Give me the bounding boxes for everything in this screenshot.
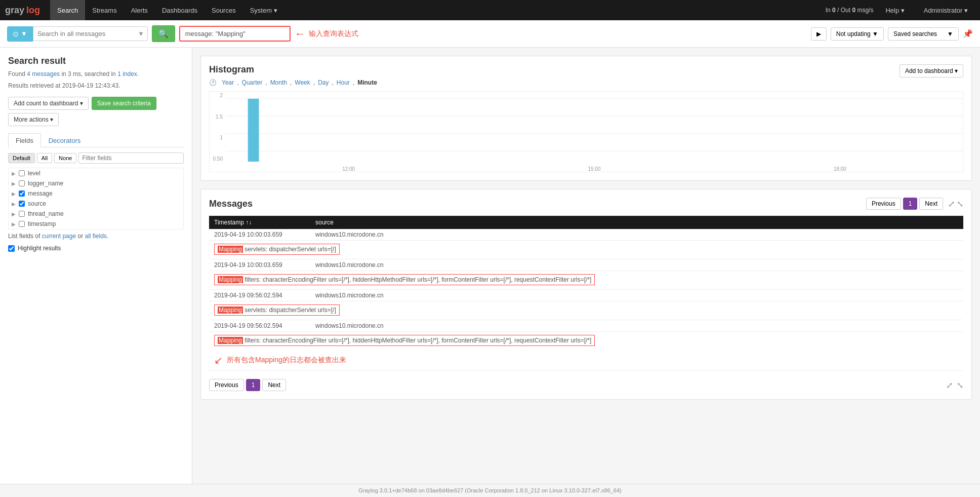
tab-decorators[interactable]: Decorators — [41, 133, 89, 147]
msg-content-2: Mapping filters: characterEncodingFilter… — [214, 274, 595, 285]
field-item-logger-name[interactable]: ▶ logger_name — [9, 178, 183, 188]
expand-icon: ▶ — [12, 211, 16, 217]
add-to-dashboard-label: Add to dashboard ▾ — [905, 67, 958, 74]
messages-title: Messages — [209, 199, 861, 209]
field-item-thread-name[interactable]: ▶ thread_name — [9, 209, 183, 219]
messages-header: Messages Previous 1 Next ⤢ ⤡ — [209, 198, 963, 210]
add-count-button[interactable]: Add count to dashboard ▾ — [8, 97, 89, 110]
page-number-top: 1 — [903, 198, 918, 210]
nav-alerts[interactable]: Alerts — [124, 0, 155, 20]
not-updating-button[interactable]: Not updating ▼ — [831, 27, 884, 41]
field-checkbox-message[interactable] — [19, 190, 25, 197]
field-item-level[interactable]: ▶ level — [9, 168, 183, 178]
tab-fields[interactable]: Fields — [8, 133, 41, 147]
next-button-bottom[interactable]: Next — [262, 379, 286, 391]
prev-button-top[interactable]: Previous — [866, 198, 901, 210]
search-input[interactable] — [33, 27, 135, 41]
msg-content-cell-3: Mapping servlets: dispatcherServlet urls… — [209, 301, 963, 320]
field-item-timestamp[interactable]: ▶ timestamp — [9, 219, 183, 229]
save-search-label: Save search criteria — [97, 100, 151, 107]
filter-default-button[interactable]: Default — [8, 153, 35, 163]
right-panel: Histogram 🕐 Year, Quarter, Month, Week, … — [192, 48, 980, 484]
col-timestamp[interactable]: Timestamp ↑↓ — [209, 216, 310, 229]
more-actions-button[interactable]: More actions ▾ — [8, 113, 59, 126]
logo: graylog — [5, 5, 40, 16]
nav-sources[interactable]: Sources — [205, 0, 243, 20]
bottom-annotation: ↙ 所有包含Mapping的日志都会被查出来 — [214, 354, 958, 366]
next-button-top[interactable]: Next — [919, 198, 943, 210]
current-page-link[interactable]: current page — [42, 233, 76, 240]
fields-list: ▶ level ▶ logger_name ▶ message ▶ source… — [8, 168, 184, 230]
bottom-pagination: Previous 1 Next ⤢ ⤡ — [209, 379, 963, 391]
page-number-bottom: 1 — [246, 379, 261, 391]
add-to-dashboard-button[interactable]: Add to dashboard ▾ — [900, 64, 963, 78]
play-button[interactable]: ▶ — [811, 27, 827, 41]
time-year[interactable]: Year — [222, 79, 234, 86]
saved-searches-button[interactable]: Saved searches ▼ — [888, 27, 959, 41]
field-checkbox-logger-name[interactable] — [19, 180, 25, 186]
highlight-checkbox[interactable] — [8, 245, 15, 252]
filter-none-button[interactable]: None — [54, 153, 76, 163]
y-label-15: 1.5 — [210, 114, 223, 120]
histogram-svg — [226, 92, 963, 162]
expand-icon-1[interactable]: ⤢ — [948, 199, 955, 209]
time-week[interactable]: Week — [295, 79, 310, 86]
arrow-left-icon: ↙ — [214, 354, 223, 366]
dropdown-arrow[interactable]: ▼ — [135, 30, 147, 37]
expand-icon-bottom-2[interactable]: ⤡ — [957, 381, 963, 390]
msg-timestamp-2: 2019-04-19 10:00:03.659 — [209, 259, 310, 271]
time-hour[interactable]: Hour — [337, 79, 350, 86]
field-checkbox-timestamp[interactable] — [19, 221, 25, 227]
table-row-content-4: Mapping filters: characterEncodingFilter… — [209, 332, 963, 371]
in-out-label: In 0 / Out 0 msg/s — [826, 7, 874, 14]
topnav: graylog Search Streams Alerts Dashboards… — [0, 0, 980, 20]
save-search-button[interactable]: Save search criteria — [92, 97, 156, 110]
help-menu[interactable]: Help ▾ — [878, 0, 911, 20]
table-row-4: 2019-04-19 09:56:02.594 windows10.microd… — [209, 320, 963, 332]
index-link[interactable]: 1 index — [117, 70, 137, 78]
expand-icon: ▶ — [12, 191, 16, 197]
messages-section: Messages Previous 1 Next ⤢ ⤡ Timestamp ↑… — [200, 189, 972, 400]
msg-source-1: windows10.microdone.cn — [310, 229, 963, 241]
rate-label: msg/s — [857, 7, 873, 14]
filter-fields-input[interactable] — [78, 152, 184, 164]
expand-icon: ▶ — [12, 181, 16, 186]
nav-streams[interactable]: Streams — [85, 0, 124, 20]
chevron-down-icon: ▼ — [947, 30, 953, 37]
query-input-wrap: 🔍 ← 输入查询表达式 — [152, 25, 807, 42]
in-val: 0 — [832, 7, 836, 14]
time-minute[interactable]: Minute — [357, 79, 377, 86]
all-fields-link[interactable]: all fields — [85, 233, 106, 240]
query-field[interactable] — [179, 26, 291, 42]
out-val: 0 — [852, 7, 855, 14]
field-checkbox-thread-name[interactable] — [19, 211, 25, 217]
or-label: or — [77, 233, 85, 240]
time-quarter[interactable]: Quarter — [242, 79, 263, 86]
field-item-message[interactable]: ▶ message — [9, 188, 183, 199]
expand-icon-bottom-1[interactable]: ⤢ — [946, 381, 953, 390]
nav-search[interactable]: Search — [50, 0, 85, 20]
expand-icon-2[interactable]: ⤡ — [957, 199, 963, 209]
time-month[interactable]: Month — [270, 79, 287, 86]
keyword-highlight-2: Mapping — [218, 276, 243, 283]
query-search-button[interactable]: 🔍 — [152, 25, 175, 42]
action-buttons: Add count to dashboard ▾ Save search cri… — [8, 97, 184, 126]
pin-icon[interactable]: 📌 — [963, 29, 973, 39]
nav-dashboards[interactable]: Dashboards — [155, 0, 205, 20]
messages-count-link[interactable]: 4 messages — [27, 70, 60, 78]
msg-content-1: Mapping servlets: dispatcherServlet urls… — [214, 244, 340, 255]
field-checkbox-source[interactable] — [19, 201, 25, 207]
admin-menu[interactable]: Administrator ▾ — [917, 0, 975, 20]
time-day[interactable]: Day — [318, 79, 329, 86]
search-bar-area: ⊙ ▼ ▼ 🔍 ← 输入查询表达式 ▶ Not updating ▼ Saved… — [0, 20, 980, 48]
list-fields-label: List fields of — [8, 233, 40, 240]
histogram-y-labels: 2 1.5 1 0.50 — [210, 92, 225, 162]
nav-system[interactable]: System ▾ — [243, 0, 284, 20]
y-label-050: 0.50 — [210, 156, 223, 162]
prev-button-bottom[interactable]: Previous — [209, 379, 244, 391]
field-checkbox-level[interactable] — [19, 170, 25, 176]
filter-all-button[interactable]: All — [37, 153, 52, 163]
search-type-button[interactable]: ⊙ ▼ — [7, 26, 33, 42]
field-item-source[interactable]: ▶ source — [9, 199, 183, 209]
x-label-12: 12:00 — [342, 166, 355, 172]
